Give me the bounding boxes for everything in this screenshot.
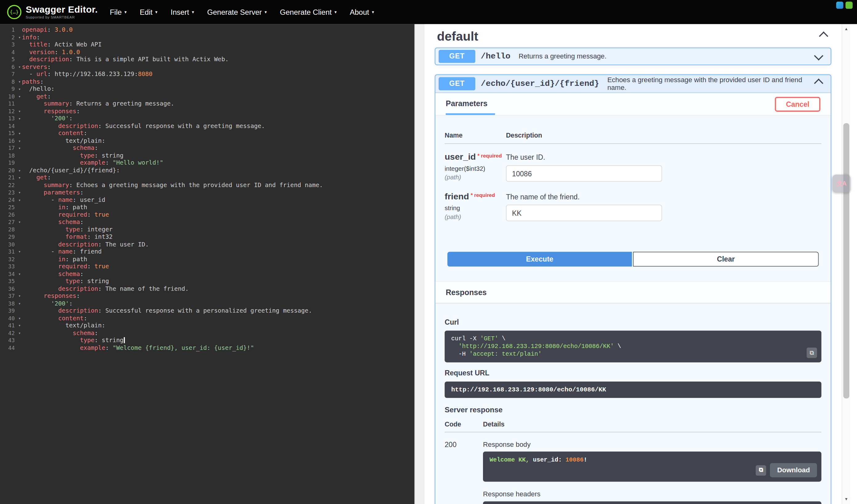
editor-line-1[interactable]: 1openapi: 3.0.0 [0,26,415,34]
editor-line-44[interactable]: 44 example: "Welcome {friend}, user_id: … [0,344,415,351]
fold-toggle-icon[interactable]: ▾ [18,145,21,152]
clear-button[interactable]: Clear [633,252,819,266]
editor-line-7[interactable]: 7 - url: http://192.168.233.129:8080 [0,70,415,78]
editor-line-27[interactable]: 27▾ schema: [0,219,415,226]
editor-line-36[interactable]: 36 description: The name of the friend. [0,285,415,292]
editor-line-39[interactable]: 39 description: Successful response with… [0,307,415,314]
editor-line-42[interactable]: 42▾ schema: [0,329,415,336]
editor-line-25[interactable]: 25 in: path [0,204,415,211]
fold-toggle-icon[interactable]: ▾ [18,115,21,122]
menu-generate-server[interactable]: Generate Server▾ [201,0,273,24]
editor-line-11[interactable]: 11 summary: Returns a greeting message. [0,100,415,108]
menu-about[interactable]: About▾ [343,0,381,24]
fold-toggle-icon[interactable]: ▾ [18,292,21,300]
yaml-editor[interactable]: 1openapi: 3.0.02▾info:3 title: Actix Web… [0,24,415,504]
editor-line-12[interactable]: 12▾ responses: [0,108,415,115]
fold-toggle-icon[interactable]: ▾ [18,270,21,278]
editor-line-15[interactable]: 15▾ content: [0,130,415,137]
expand-hello-icon[interactable] [810,51,827,61]
fold-toggle-icon[interactable]: ▾ [18,300,21,307]
editor-line-20[interactable]: 20▾ /echo/{user_id}/{friend}: [0,167,415,174]
copy-curl-button[interactable]: ⧉ [807,348,817,358]
menu-generate-client[interactable]: Generate Client▾ [273,0,343,24]
editor-line-17[interactable]: 17▾ schema: [0,145,415,152]
download-button[interactable]: Download [770,463,817,477]
editor-line-30[interactable]: 30 description: The user ID. [0,241,415,248]
editor-line-text: description: The user ID. [22,241,149,248]
editor-line-9[interactable]: 9▾ /hello: [0,86,415,93]
editor-line-13[interactable]: 13▾ '200': [0,115,415,122]
fold-toggle-icon[interactable]: ▾ [18,86,21,93]
editor-line-10[interactable]: 10▾ get: [0,93,415,100]
editor-line-19[interactable]: 19 example: "Hello world!" [0,159,415,167]
editor-line-4[interactable]: 4 version: 1.0.0 [0,48,415,56]
fold-toggle-icon[interactable]: ▾ [18,219,21,226]
editor-line-3[interactable]: 3 title: Actix Web API [0,41,415,48]
editor-line-34[interactable]: 34▾ schema: [0,270,415,278]
editor-line-28[interactable]: 28 type: integer [0,226,415,233]
scroll-thumb[interactable] [843,123,850,398]
friend-input[interactable] [506,205,662,221]
fold-toggle-icon[interactable]: ▾ [18,314,21,322]
editor-line-40[interactable]: 40▾ content: [0,314,415,322]
brand-link[interactable]: {…} Swagger Editor. Supported by SMARTBE… [0,5,103,19]
get-echo-summary-row[interactable]: GET /echo/{user_id}/{friend} Echoes a gr… [435,75,830,93]
editor-line-8[interactable]: 8▾paths: [0,78,415,85]
editor-line-41[interactable]: 41▾ text/plain: [0,322,415,329]
editor-line-18[interactable]: 18 type: string [0,152,415,159]
editor-line-37[interactable]: 37▾ responses: [0,292,415,300]
editor-line-32[interactable]: 32 in: path [0,255,415,263]
vertical-scrollbar[interactable]: ▲ ▼ [842,24,850,504]
translate-float-button[interactable]: 文A [833,174,851,193]
editor-line-43[interactable]: 43 type: string [0,336,415,344]
fold-toggle-icon[interactable]: ▾ [18,137,21,145]
editor-line-33[interactable]: 33 required: true [0,263,415,270]
fold-toggle-icon[interactable]: ▾ [18,108,21,115]
fold-toggle-icon[interactable]: ▾ [18,189,21,196]
fold-toggle-icon[interactable]: ▾ [18,93,21,100]
editor-line-38[interactable]: 38▾ '200': [0,300,415,307]
menu-insert[interactable]: Insert▾ [164,0,201,24]
editor-line-5[interactable]: 5 description: This is a simple API buil… [0,56,415,63]
extension-icon-blue[interactable] [836,2,843,8]
editor-line-29[interactable]: 29 format: int32 [0,233,415,241]
echo-path[interactable]: /echo/{user_id}/{friend} [481,79,599,88]
scroll-up-arrow[interactable]: ▲ [842,25,851,33]
pane-splitter[interactable] [415,24,424,504]
copy-response-button[interactable]: ⧉ [756,465,766,475]
scroll-down-arrow[interactable]: ▼ [842,496,851,503]
fold-toggle-icon[interactable]: ▾ [18,322,21,329]
fold-toggle-icon[interactable]: ▾ [18,167,21,174]
editor-line-16[interactable]: 16▾ text/plain: [0,137,415,145]
editor-line-22[interactable]: 22 summary: Echoes a greeting message wi… [0,181,415,189]
fold-toggle-icon[interactable]: ▾ [18,174,21,181]
fold-toggle-icon[interactable]: ▾ [18,196,21,204]
fold-toggle-icon[interactable]: ▾ [18,63,21,70]
editor-line-14[interactable]: 14 description: Successful response with… [0,122,415,130]
hello-path[interactable]: /hello [481,52,510,61]
editor-line-2[interactable]: 2▾info: [0,34,415,41]
extension-icon-green[interactable] [846,2,853,8]
menu-file[interactable]: File▾ [103,0,133,24]
execute-button[interactable]: Execute [447,252,632,266]
editor-line-31[interactable]: 31▾ - name: friend [0,248,415,255]
user-id-input[interactable] [506,165,662,181]
collapse-echo-icon[interactable] [810,79,827,89]
fold-toggle-icon[interactable]: ▾ [18,34,21,41]
editor-line-21[interactable]: 21▾ get: [0,174,415,181]
fold-toggle-icon[interactable]: ▾ [18,130,21,137]
editor-line-6[interactable]: 6▾servers: [0,63,415,70]
cancel-button[interactable]: Cancel [775,97,820,111]
details-column-header: Details [483,420,505,428]
section-default-header[interactable]: default [435,24,831,47]
menu-edit[interactable]: Edit▾ [133,0,164,24]
fold-toggle-icon[interactable]: ▾ [18,78,21,85]
collapse-section-icon[interactable] [819,31,828,41]
editor-line-24[interactable]: 24▾ - name: user_id [0,196,415,204]
editor-line-26[interactable]: 26 required: true [0,211,415,219]
fold-toggle-icon[interactable]: ▾ [18,329,21,336]
editor-line-23[interactable]: 23▾ parameters: [0,189,415,196]
editor-line-35[interactable]: 35 type: string [0,278,415,285]
fold-toggle-icon[interactable]: ▾ [18,248,21,255]
get-hello-summary-row[interactable]: GET /hello Returns a greeting message. [435,48,830,65]
